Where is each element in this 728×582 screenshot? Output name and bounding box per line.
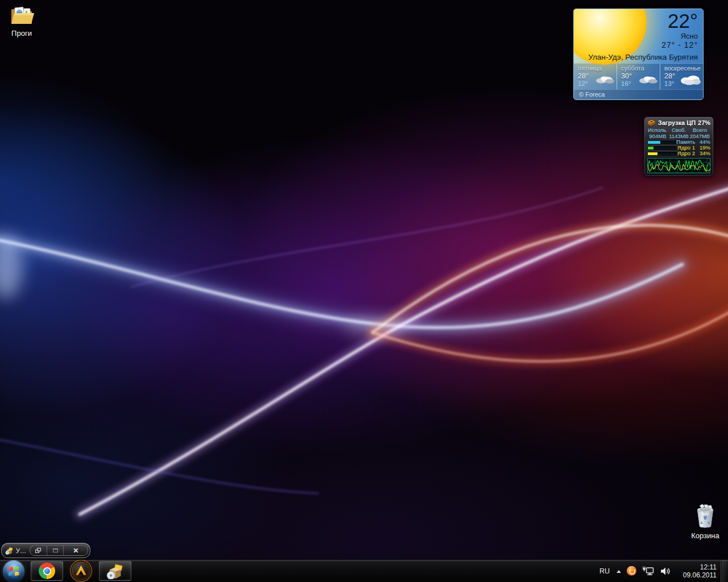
start-button[interactable] [3,560,24,582]
partly-cloudy-icon [638,73,658,85]
forecast-day: пятница 28° 12° [574,64,617,89]
taskbar-button-chrome[interactable] [31,561,63,581]
folder-icon [9,5,34,27]
taskbar-button-aimp[interactable] [72,562,90,580]
mini-window-buttons: ✕ [30,545,88,556]
aimp-icon [72,562,90,580]
installer-icon [5,547,14,555]
desktop-icon-label: Проги [0,29,43,38]
clock[interactable]: 12:11 09.06.2011 [677,563,717,579]
maximize-button[interactable] [47,546,64,555]
close-button[interactable]: ✕ [63,546,88,555]
volume-icon[interactable] [660,567,671,576]
day-temperature-range: 27° - 12° [574,40,698,50]
show-desktop-button[interactable] [721,560,728,582]
weather-current: 22° Ясно 27° - 12° Улан-Удэ, Республика … [574,9,703,63]
weather-location: Улан-Удэ, Республика Бурятия [588,53,698,61]
desktop-icon-label: Корзина [684,531,727,540]
cpu-gadget-title: Загрузка ЦП [658,119,696,126]
mini-window-title: У… [16,547,26,554]
memory-headers-row: Исполь. Своб. Всего [644,127,713,133]
cpu-gadget-header: Загрузка ЦП 27% [644,117,713,127]
tray-orange-app-icon[interactable] [627,566,636,576]
tray-date: 09.06.2011 [677,571,717,579]
restore-button[interactable] [30,546,47,555]
desktop: Проги 22° Ясно 27° - 12° Улан-Удэ, Респу… [0,0,728,582]
taskbar-button-installer[interactable] [99,561,131,581]
chrome-icon [39,563,55,579]
maximize-icon [53,548,58,552]
forecast-day: суббота 30° 16° [617,64,660,89]
weather-gadget[interactable]: 22° Ясно 27° - 12° Улан-Удэ, Республика … [573,9,704,100]
restore-icon [35,548,41,553]
show-hidden-icons-arrow-icon[interactable] [617,570,621,573]
weather-forecast-band: пятница 28° 12° суббота 30° 16° воскресе… [574,63,703,89]
cpu-load-value: 27% [698,119,710,126]
tray-time: 12:11 [677,563,717,571]
current-temperature: 22° [574,9,698,32]
mini-window-titlebar[interactable]: У… ✕ [1,543,90,558]
desktop-icon-recycle-bin[interactable]: Корзина [684,504,727,540]
partly-cloudy-icon [594,73,615,85]
desktop-icon-programs[interactable]: Проги [0,5,43,38]
core2-meter: Ядро 2 34% [644,151,713,156]
system-tray: RU 12:11 09.06.2011 [598,563,717,579]
cpu-meter-gadget[interactable]: Загрузка ЦП 27% Исполь. Своб. Всего 904М… [644,117,714,176]
windows-logo-icon [8,566,19,576]
weather-condition: Ясно [574,32,698,40]
forecast-day: воскресенье 28° 13° [660,64,703,89]
taskbar: RU 12:11 09.06.2011 [0,559,728,582]
recycle-bin-full-icon [694,504,716,530]
language-indicator[interactable]: RU [598,565,611,577]
network-icon[interactable] [642,566,654,576]
cpu-chip-icon [647,119,656,126]
weather-attribution: © Foreca [574,89,703,99]
installer-icon [106,563,125,579]
cpu-history-graph [647,158,710,173]
cloudy-icon [680,73,701,86]
close-icon: ✕ [73,547,78,555]
